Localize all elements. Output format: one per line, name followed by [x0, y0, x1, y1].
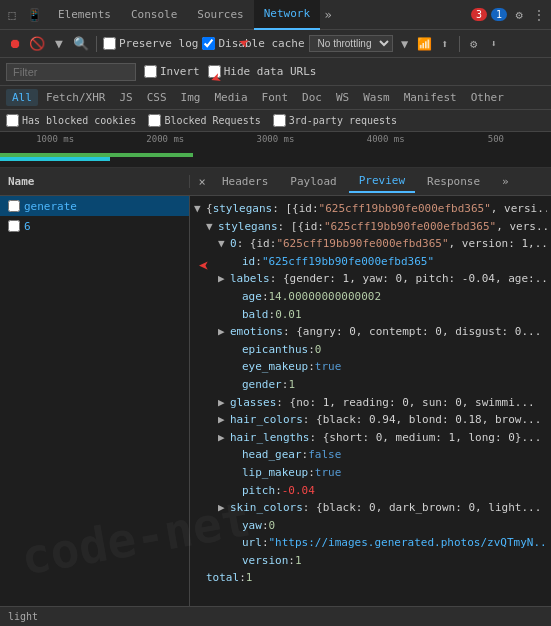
preserve-log-checkbox[interactable] — [103, 37, 116, 50]
hide-data-urls-checkbox[interactable] — [208, 65, 221, 78]
tree-line-epicanthus: ▶ epicanthus : 0 — [194, 341, 547, 359]
request-checkbox-generate[interactable] — [8, 200, 20, 212]
blocked-requests-checkbox[interactable] — [148, 114, 161, 127]
preserve-log-text: Preserve log — [119, 37, 198, 50]
request-checkbox-6[interactable] — [8, 220, 20, 232]
timeline-teal-bar — [0, 157, 110, 161]
hide-data-urls-label[interactable]: Hide data URLs — [208, 65, 317, 78]
settings-icon[interactable]: ⚙ — [511, 7, 527, 23]
type-btn-media[interactable]: Media — [208, 89, 253, 106]
toggle-labels[interactable]: ▶ — [218, 270, 230, 288]
light-text: light — [8, 611, 38, 622]
tree-line-root: ▼ { stylegans : [{id: "625cff19bb90fe000… — [194, 200, 547, 218]
toggle-hair-lengths[interactable]: ▶ — [218, 429, 230, 447]
tree-line-hair-lengths: ▶ hair_lengths : {short: 0, medium: 1, l… — [194, 429, 547, 447]
toggle-root[interactable]: ▼ — [194, 200, 206, 218]
more-menu-icon[interactable]: ⋮ — [531, 7, 547, 23]
has-blocked-cookies-label[interactable]: Has blocked cookies — [6, 114, 136, 127]
inspect-icon[interactable]: ⬚ — [4, 7, 20, 23]
import-icon[interactable]: ⬇ — [486, 36, 502, 52]
type-btn-other[interactable]: Other — [465, 89, 510, 106]
preview-panel: ▼ { stylegans : [{id: "625cff19bb90fe000… — [190, 196, 551, 626]
col-tab-payload[interactable]: Payload — [280, 171, 346, 192]
tab-elements[interactable]: Elements — [48, 0, 121, 30]
stop-icon[interactable]: 🚫 — [28, 35, 46, 53]
type-btn-font[interactable]: Font — [256, 89, 295, 106]
has-blocked-cookies-checkbox[interactable] — [6, 114, 19, 127]
preserve-log-label[interactable]: Preserve log — [103, 37, 198, 50]
tree-line-bald: ▶ bald : 0.01 — [194, 306, 547, 324]
third-party-checkbox[interactable] — [273, 114, 286, 127]
tab-console[interactable]: Console — [121, 0, 187, 30]
request-item-generate[interactable]: generate — [0, 196, 189, 216]
tree-line-labels: ▶ labels : {gender: 1, yaw: 0, pitch: -0… — [194, 270, 547, 288]
toggle-stylegans[interactable]: ▼ — [206, 218, 218, 236]
type-btn-doc[interactable]: Doc — [296, 89, 328, 106]
throttle-select[interactable]: No throttling — [309, 35, 393, 52]
close-panel-icon[interactable]: × — [194, 174, 210, 190]
tree-line-total: ▶ total : 1 — [194, 569, 547, 587]
type-btn-js[interactable]: JS — [113, 89, 138, 106]
throttle-dropdown-icon[interactable]: ▼ — [397, 36, 413, 52]
filter-input[interactable] — [6, 63, 136, 81]
disable-cache-checkbox[interactable] — [202, 37, 215, 50]
type-btn-ws[interactable]: WS — [330, 89, 355, 106]
blocked-requests-text: Blocked Requests — [164, 115, 260, 126]
toggle-skin-colors[interactable]: ▶ — [218, 499, 230, 517]
tree-line-lip-makeup: ▶ lip_makeup : true — [194, 464, 547, 482]
col-tab-preview[interactable]: Preview — [349, 170, 415, 193]
network-settings-icon[interactable]: ⚙ — [466, 36, 482, 52]
device-icon[interactable]: 📱 — [26, 7, 42, 23]
toggle-emotions[interactable]: ▶ — [218, 323, 230, 341]
filter-icon[interactable]: ▼ — [50, 35, 68, 53]
preview-tree: ▼ { stylegans : [{id: "625cff19bb90fe000… — [194, 200, 547, 587]
upload-icon[interactable]: ⬆ — [437, 36, 453, 52]
blocked-requests-label[interactable]: Blocked Requests — [148, 114, 260, 127]
tree-line-yaw: ▶ yaw : 0 — [194, 517, 547, 535]
tree-line-hair-colors: ▶ hair_colors : {black: 0.94, blond: 0.1… — [194, 411, 547, 429]
more-tabs-icon[interactable]: » — [320, 7, 336, 23]
col-tab-response[interactable]: Response — [417, 171, 490, 192]
toggle-id-spacer: ▶ — [230, 253, 242, 271]
invert-checkbox[interactable] — [144, 65, 157, 78]
type-btn-css[interactable]: CSS — [141, 89, 173, 106]
tab-network[interactable]: Network — [254, 0, 320, 30]
type-filter-bar: All Fetch/XHR JS CSS Img Media Font Doc … — [0, 86, 551, 110]
type-btn-wasm[interactable]: Wasm — [357, 89, 396, 106]
tree-line-stylegans: ▼ stylegans : [{id: "625cff19bb90fe000ef… — [194, 218, 547, 236]
tree-line-glasses: ▶ glasses : {no: 1, reading: 0, sun: 0, … — [194, 394, 547, 412]
has-blocked-cookies-text: Has blocked cookies — [22, 115, 136, 126]
col-tab-headers[interactable]: Headers — [212, 171, 278, 192]
record-icon[interactable]: ⏺ — [6, 35, 24, 53]
timeline-label-4: 4000 ms — [331, 134, 441, 144]
toggle-0[interactable]: ▼ — [218, 235, 230, 253]
tree-line-skin-colors: ▶ skin_colors : {black: 0, dark_brown: 0… — [194, 499, 547, 517]
type-btn-fetch[interactable]: Fetch/XHR — [40, 89, 112, 106]
col-header-tabs: × Headers Payload Preview Response » — [190, 170, 551, 193]
col-tab-more[interactable]: » — [492, 171, 519, 192]
info-badge: 1 — [491, 8, 507, 21]
timeline-label-1: 1000 ms — [0, 134, 110, 144]
timeline-labels: 1000 ms 2000 ms 3000 ms 4000 ms 500 — [0, 134, 551, 144]
tab-bar: ⬚ 📱 Elements Console Sources Network » 3… — [0, 0, 551, 30]
content-area: generate 6 ▼ { stylegans : [{id: "625cff… — [0, 196, 551, 626]
tree-line-age: ▶ age : 14.00000000000002 — [194, 288, 547, 306]
disable-cache-text: Disable cache — [218, 37, 304, 50]
toggle-glasses[interactable]: ▶ — [218, 394, 230, 412]
type-btn-manifest[interactable]: Manifest — [398, 89, 463, 106]
tab-sources[interactable]: Sources — [187, 0, 253, 30]
wifi-icon[interactable]: 📶 — [417, 36, 433, 52]
tree-line-emotions: ▶ emotions : {angry: 0, contempt: 0, dis… — [194, 323, 547, 341]
request-list: generate 6 — [0, 196, 190, 626]
column-headers: Name × Headers Payload Preview Response … — [0, 168, 551, 196]
bottom-bar: light — [0, 606, 551, 626]
invert-label[interactable]: Invert — [144, 65, 200, 78]
disable-cache-label[interactable]: Disable cache — [202, 37, 304, 50]
toggle-hair-colors[interactable]: ▶ — [218, 411, 230, 429]
type-btn-img[interactable]: Img — [175, 89, 207, 106]
third-party-label[interactable]: 3rd-party requests — [273, 114, 397, 127]
tree-line-eye-makeup: ▶ eye_makeup : true — [194, 358, 547, 376]
request-item-6[interactable]: 6 — [0, 216, 189, 236]
type-btn-all[interactable]: All — [6, 89, 38, 106]
search-icon[interactable]: 🔍 — [72, 35, 90, 53]
